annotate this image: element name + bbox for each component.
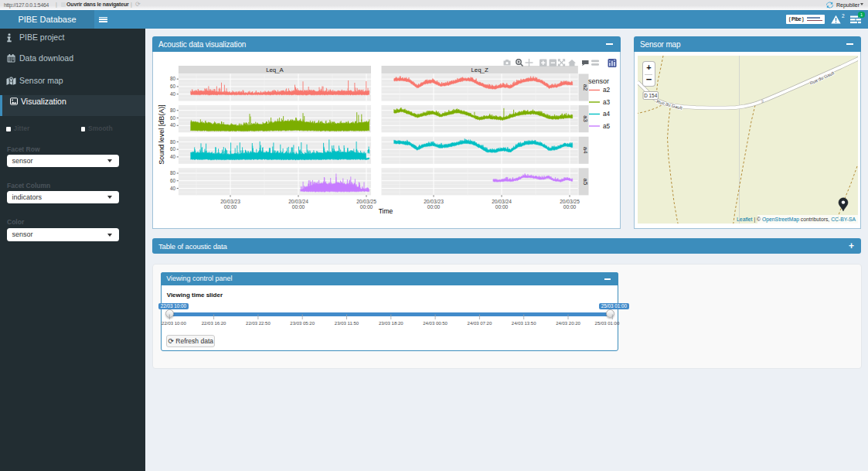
svg-text:sensor: sensor — [588, 77, 609, 85]
svg-text:2: 2 — [842, 14, 845, 19]
svg-text:9: 9 — [761, 99, 764, 104]
svg-text:00:00: 00:00 — [292, 204, 305, 210]
svg-text:a4: a4 — [582, 147, 589, 154]
svg-text:Leaflet | © OpenStreetMap cont: Leaflet | © OpenStreetMap contributors, … — [737, 217, 856, 223]
svg-text:a4: a4 — [603, 110, 611, 118]
svg-text:40: 40 — [170, 154, 176, 159]
svg-text:80: 80 — [170, 170, 176, 176]
svg-text:00:00: 00:00 — [427, 204, 441, 210]
svg-text:a3: a3 — [582, 115, 589, 122]
svg-text:22/03 16:20: 22/03 16:20 — [201, 321, 226, 326]
svg-text:a5: a5 — [582, 179, 589, 186]
svg-text:25/03 01:00: 25/03 01:00 — [594, 321, 619, 326]
svg-text:Leq_A: Leq_A — [266, 67, 284, 73]
svg-text:20/03/24: 20/03/24 — [492, 199, 512, 204]
svg-text:24/03 20:20: 24/03 20:20 — [556, 321, 580, 326]
svg-text:60: 60 — [170, 115, 176, 121]
svg-text:60: 60 — [170, 84, 176, 89]
svg-text:60: 60 — [170, 146, 176, 152]
svg-text:23/03 18:20: 23/03 18:20 — [379, 321, 403, 326]
svg-text:80: 80 — [170, 139, 176, 145]
svg-text:80: 80 — [170, 108, 176, 113]
svg-text:60: 60 — [170, 178, 176, 183]
svg-text:Sound level [dB(A)]: Sound level [dB(A)] — [158, 104, 165, 165]
svg-text:22/03 10:00: 22/03 10:00 — [162, 321, 186, 326]
svg-text:20/03/23: 20/03/23 — [424, 199, 444, 204]
svg-text:a5: a5 — [603, 122, 611, 130]
svg-text:20/03/24: 20/03/24 — [288, 199, 308, 204]
svg-text:24/03 07:20: 24/03 07:20 — [467, 321, 492, 326]
svg-text:40: 40 — [170, 122, 176, 128]
svg-text:24/03 00:50: 24/03 00:50 — [423, 321, 448, 326]
svg-text:00:00: 00:00 — [563, 204, 577, 210]
svg-text:22/03 22:50: 22/03 22:50 — [246, 321, 271, 326]
svg-text:a2: a2 — [603, 86, 611, 94]
svg-text:D 154: D 154 — [644, 93, 657, 98]
svg-text:80: 80 — [170, 76, 176, 81]
svg-text:00:00: 00:00 — [360, 204, 373, 210]
svg-text:a3: a3 — [603, 98, 611, 106]
svg-text:23/03 05:20: 23/03 05:20 — [290, 321, 315, 326]
svg-text:Leq_Z: Leq_Z — [471, 67, 488, 73]
svg-text:20/03/25: 20/03/25 — [356, 199, 376, 204]
svg-text:00:00: 00:00 — [224, 204, 237, 210]
svg-text:40: 40 — [170, 186, 176, 191]
svg-text:40: 40 — [170, 91, 176, 97]
svg-text:20/03/23: 20/03/23 — [220, 199, 240, 204]
svg-text:20/03/25: 20/03/25 — [560, 199, 580, 204]
svg-text:00:00: 00:00 — [495, 204, 509, 210]
svg-text:24/03 13:50: 24/03 13:50 — [512, 321, 536, 326]
svg-text:Time: Time — [379, 207, 393, 215]
svg-text:23/03 11:50: 23/03 11:50 — [335, 321, 359, 326]
